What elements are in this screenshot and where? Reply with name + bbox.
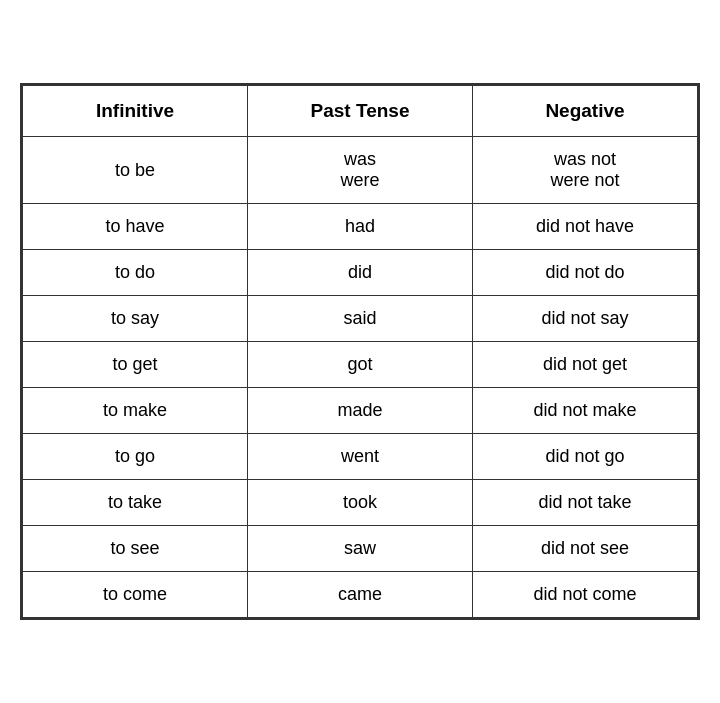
table-row: to seesawdid not see — [23, 526, 698, 572]
table-row: to taketookdid not take — [23, 480, 698, 526]
cell-negative: did not do — [473, 250, 698, 296]
cell-negative: did not get — [473, 342, 698, 388]
cell-infinitive: to make — [23, 388, 248, 434]
table-row: to saysaiddid not say — [23, 296, 698, 342]
cell-infinitive: to have — [23, 204, 248, 250]
cell-past-tense: said — [248, 296, 473, 342]
table-row: to makemadedid not make — [23, 388, 698, 434]
cell-past-tense: took — [248, 480, 473, 526]
cell-past-tense: waswere — [248, 137, 473, 204]
cell-infinitive: to come — [23, 572, 248, 618]
cell-negative: did not have — [473, 204, 698, 250]
table-row: to getgotdid not get — [23, 342, 698, 388]
cell-infinitive: to be — [23, 137, 248, 204]
table-row: to dodiddid not do — [23, 250, 698, 296]
cell-past-tense: saw — [248, 526, 473, 572]
cell-negative: did not see — [473, 526, 698, 572]
cell-infinitive: to go — [23, 434, 248, 480]
cell-negative: did not say — [473, 296, 698, 342]
cell-infinitive: to say — [23, 296, 248, 342]
table-row: to comecamedid not come — [23, 572, 698, 618]
cell-past-tense: went — [248, 434, 473, 480]
cell-negative: did not take — [473, 480, 698, 526]
cell-infinitive: to get — [23, 342, 248, 388]
cell-past-tense: did — [248, 250, 473, 296]
cell-negative: did not go — [473, 434, 698, 480]
table-row: to bewaswerewas notwere not — [23, 137, 698, 204]
cell-past-tense: came — [248, 572, 473, 618]
cell-past-tense: had — [248, 204, 473, 250]
cell-infinitive: to see — [23, 526, 248, 572]
table-header-row: Infinitive Past Tense Negative — [23, 86, 698, 137]
cell-infinitive: to take — [23, 480, 248, 526]
verb-table-container: Infinitive Past Tense Negative to bewasw… — [20, 83, 700, 620]
cell-infinitive: to do — [23, 250, 248, 296]
table-row: to havehaddid not have — [23, 204, 698, 250]
table-row: to gowentdid not go — [23, 434, 698, 480]
cell-past-tense: got — [248, 342, 473, 388]
cell-negative: was notwere not — [473, 137, 698, 204]
verb-table: Infinitive Past Tense Negative to bewasw… — [22, 85, 698, 618]
header-past-tense: Past Tense — [248, 86, 473, 137]
header-infinitive: Infinitive — [23, 86, 248, 137]
header-negative: Negative — [473, 86, 698, 137]
cell-negative: did not make — [473, 388, 698, 434]
cell-past-tense: made — [248, 388, 473, 434]
cell-negative: did not come — [473, 572, 698, 618]
